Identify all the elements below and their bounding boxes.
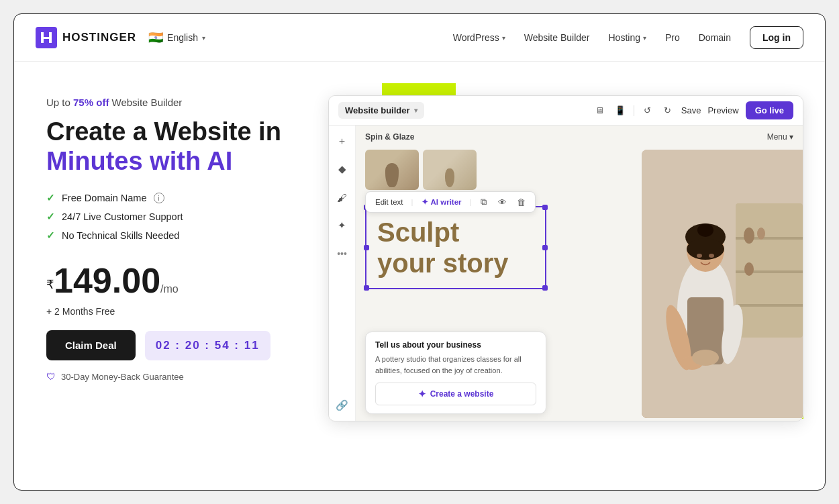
undo-icon[interactable]: ↺	[641, 104, 654, 117]
lang-chevron-icon: ▾	[202, 34, 205, 42]
add-icon[interactable]: ＋	[334, 132, 351, 150]
create-star-icon: ✦	[418, 389, 426, 399]
feature-domain: ✓ Free Domain Name i	[46, 192, 301, 204]
discount-tag: Up to 75% off Website Builder	[46, 97, 301, 108]
sparkle-icon[interactable]: ✦	[334, 217, 351, 234]
nav-hosting[interactable]: Hosting ▾	[608, 32, 646, 43]
more-icon[interactable]: •••	[334, 245, 351, 262]
svg-point-15	[697, 254, 702, 258]
nav-domain[interactable]: Domain	[699, 32, 731, 43]
lime-accent-top	[382, 83, 456, 95]
builder-canvas: Spin & Glaze Menu ▾	[356, 125, 803, 421]
wordpress-chevron-icon: ▾	[502, 34, 505, 42]
edit-toolbar: Edit text | ✦ AI writer | ⧉ 👁 🗑	[365, 191, 536, 213]
ai-card-description: A pottery studio that organizes classes …	[375, 354, 536, 376]
eye-icon[interactable]: 👁	[496, 195, 509, 209]
woman-photo	[642, 150, 803, 418]
main-nav: WordPress ▾ Website Builder Hosting ▾ Pr…	[453, 26, 803, 49]
logo-text: HOSTINGER	[62, 31, 136, 44]
svg-rect-5	[736, 304, 803, 307]
check-icon-skills: ✓	[46, 230, 55, 242]
price-block: ₹149.00/mo	[46, 260, 301, 301]
ai-card-title: Tell us about your business	[375, 340, 536, 350]
svg-point-16	[709, 254, 714, 258]
price-currency: ₹	[46, 278, 54, 291]
price-period: /mo	[160, 283, 179, 295]
builder-body: ＋ ◆ 🖌 ✦ ••• 🔗 Spin & Glaze Menu ▾	[329, 125, 803, 421]
handle-mid-left[interactable]	[364, 245, 369, 250]
language-selector[interactable]: 🇮🇳 English ▾	[148, 30, 205, 45]
desktop-icon[interactable]: 🖥	[593, 104, 607, 117]
header-left: HOSTINGER 🇮🇳 English ▾	[36, 27, 205, 48]
action-row: Claim Deal 02 : 20 : 54 : 11	[46, 330, 301, 360]
hosting-chevron-icon: ▾	[643, 34, 646, 42]
page-container: HOSTINGER 🇮🇳 English ▾ WordPress ▾ Websi…	[13, 13, 826, 491]
nav-website-builder[interactable]: Website Builder	[524, 32, 590, 43]
builder-toolbar-right: 🖥 📱 ↺ ↻ Save Preview Go live	[593, 101, 793, 119]
layers-icon[interactable]: ◆	[334, 160, 351, 178]
hero-title: Create a Website in Minutes with AI	[46, 117, 301, 176]
svg-point-8	[744, 262, 754, 276]
info-icon-domain[interactable]: i	[154, 193, 164, 203]
go-live-button[interactable]: Go live	[746, 101, 793, 119]
save-button[interactable]: Save	[681, 105, 701, 115]
builder-mockup-section: Website builder ▾ 🖥 📱 ↺ ↻ Save Preview G…	[328, 83, 803, 432]
canvas-menu-label[interactable]: Menu ▾	[767, 132, 793, 142]
price-free-months: + 2 Months Free	[46, 306, 301, 317]
handle-top-right[interactable]	[542, 205, 548, 210]
sculpt-text-box[interactable]: Sculpt your story	[365, 206, 546, 289]
main-content: Up to 75% off Website Builder Create a W…	[14, 62, 825, 454]
claim-deal-button[interactable]: Claim Deal	[46, 330, 136, 360]
svg-point-14	[697, 223, 713, 237]
ai-writer-button[interactable]: ✦ AI writer	[419, 196, 464, 208]
language-label: English	[167, 32, 198, 43]
redo-icon[interactable]: ↻	[661, 104, 675, 117]
header: HOSTINGER 🇮🇳 English ▾ WordPress ▾ Websi…	[14, 14, 825, 62]
ai-star-icon: ✦	[422, 197, 428, 207]
pottery-image-1	[365, 150, 419, 190]
mobile-icon[interactable]: 📱	[613, 104, 627, 117]
handle-bottom-right[interactable]	[542, 285, 548, 291]
check-icon-support: ✓	[46, 211, 55, 223]
handle-mid-right[interactable]	[542, 245, 548, 250]
vase-shape-1	[385, 163, 399, 187]
canvas-site-name: Spin & Glaze	[365, 132, 414, 142]
create-website-button[interactable]: ✦ Create a website	[375, 383, 536, 405]
builder-tab-chevron-icon: ▾	[414, 107, 417, 114]
hero-section: Up to 75% off Website Builder Create a W…	[46, 83, 301, 382]
builder-sidebar: ＋ ◆ 🖌 ✦ ••• 🔗	[329, 125, 356, 421]
feature-skills: ✓ No Technical Skills Needed	[46, 230, 301, 242]
preview-button[interactable]: Preview	[707, 105, 738, 115]
check-icon-domain: ✓	[46, 192, 55, 204]
nav-wordpress[interactable]: WordPress ▾	[453, 32, 505, 43]
toolbar-separator	[634, 105, 634, 116]
svg-point-20	[692, 350, 719, 366]
nav-pro[interactable]: Pro	[665, 32, 680, 43]
countdown-timer: 02 : 20 : 54 : 11	[145, 331, 270, 360]
features-list: ✓ Free Domain Name i ✓ 24/7 Live Custome…	[46, 192, 301, 242]
svg-point-13	[687, 238, 724, 260]
woman-svg	[642, 150, 803, 418]
price-amount: 149.00	[54, 261, 160, 300]
vase-shape-2	[445, 168, 454, 187]
logo[interactable]: HOSTINGER	[36, 27, 136, 48]
paint-icon[interactable]: 🖌	[334, 189, 351, 206]
ai-prompt-card: Tell us about your business A pottery st…	[365, 332, 546, 414]
edit-text-button[interactable]: Edit text	[373, 197, 406, 207]
login-button[interactable]: Log in	[750, 26, 803, 49]
flag-icon: 🇮🇳	[148, 30, 163, 45]
handle-bottom-left[interactable]	[364, 285, 369, 291]
shield-icon: 🛡	[46, 371, 56, 382]
svg-point-6	[744, 228, 754, 244]
guarantee-label: 🛡 30-Day Money-Back Guarantee	[46, 371, 301, 382]
builder-topbar: Website builder ▾ 🖥 📱 ↺ ↻ Save Preview G…	[329, 96, 803, 125]
builder-title-tab[interactable]: Website builder ▾	[338, 102, 424, 119]
svg-point-7	[757, 228, 765, 240]
trash-icon[interactable]: 🗑	[515, 195, 528, 209]
feature-support: ✓ 24/7 Live Customer Support	[46, 211, 301, 223]
woman-image	[642, 150, 803, 418]
builder-window: Website builder ▾ 🖥 📱 ↺ ↻ Save Preview G…	[328, 95, 803, 421]
copy-icon[interactable]: ⧉	[477, 195, 491, 209]
builder-tab-label: Website builder	[345, 105, 410, 115]
bottom-icon[interactable]: 🔗	[334, 397, 351, 414]
